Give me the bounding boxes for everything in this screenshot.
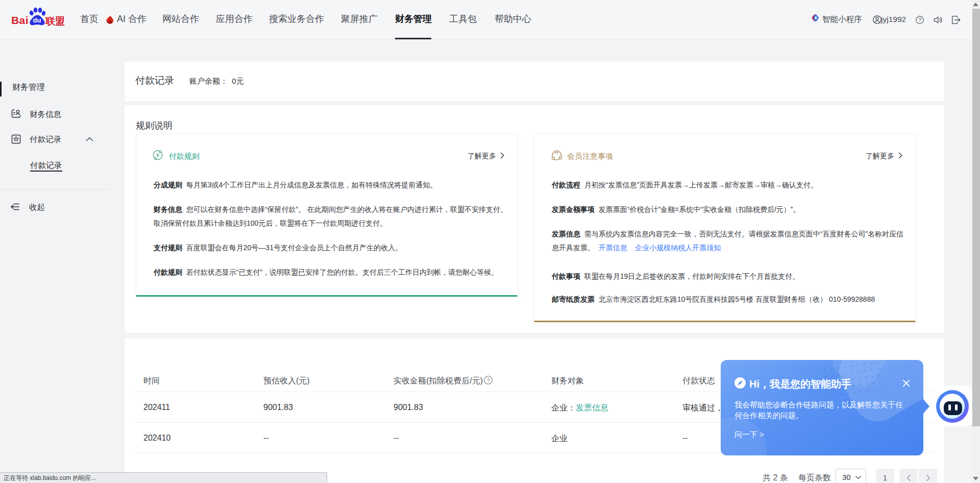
- svg-text:Bai: Bai: [11, 14, 29, 26]
- svg-text:du: du: [33, 16, 41, 24]
- svg-text:¥: ¥: [156, 152, 160, 158]
- svg-text:?: ?: [918, 17, 921, 23]
- svg-text:?: ?: [487, 377, 490, 383]
